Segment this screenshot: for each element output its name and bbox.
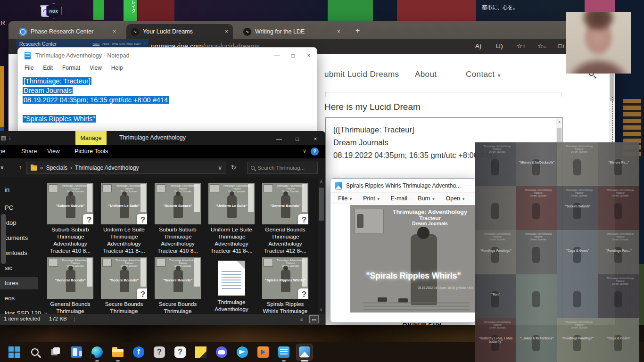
viewer-menu-open[interactable]: Open▼ (446, 195, 465, 202)
close-button[interactable]: × (301, 52, 317, 59)
ribbon-tab-manage[interactable]: Manage (75, 131, 107, 145)
nav-arrows[interactable]: ∨ ↑ (0, 164, 28, 171)
help-icon[interactable]: ? (311, 148, 319, 156)
taskbar-edge-button[interactable] (89, 344, 106, 361)
file-thumbnail: Thrimuiage: AdventhologyTracteurDream Jo… (208, 183, 255, 224)
favorites-icon[interactable]: ☆≡ (537, 42, 546, 49)
phase-link-1[interactable]: Home (93, 42, 100, 45)
ribbon-tab-view[interactable]: View (47, 148, 60, 155)
grid-scrollbar[interactable]: ∧ ∨ (318, 177, 325, 314)
breadcrumb-current[interactable]: Thrimuiage Adventhology (75, 165, 139, 171)
tab-close-icon[interactable]: × (113, 28, 116, 35)
scroll-thumb[interactable] (319, 188, 324, 221)
browser-tab-3[interactable]: Writing for the LDE× (239, 24, 345, 39)
file-item[interactable]: Thrimuiage: AdventhologyTracteurDream Jo… (205, 183, 258, 255)
taskbar-photos-button[interactable] (296, 344, 313, 361)
taskbar-spiral-button[interactable]: ? (151, 344, 168, 361)
refresh-icon[interactable]: ↻ (231, 164, 236, 171)
quick-access-toolbar-icon[interactable]: ▤ ⁞ (1, 135, 12, 141)
taskbar-notepadapp-button[interactable] (275, 344, 292, 361)
file-item[interactable]: Thrimuiage: AdventhologyTracteurDream Jo… (43, 183, 97, 255)
taskbar-telegram-button[interactable] (234, 344, 251, 361)
browser-tab-2[interactable]: Your Lucid Dreams× (126, 24, 233, 39)
sidebar-item-eos[interactable]: eos (0, 292, 38, 304)
nav-about[interactable]: About (415, 70, 437, 79)
notepad-menu-help[interactable]: Help (111, 65, 123, 71)
file-item[interactable]: Thrimuiage: AdventhologyTracteurDream Jo… (258, 257, 312, 315)
ribbon-tab-share[interactable]: Share (21, 148, 37, 155)
taskbar-search-button[interactable] (26, 344, 43, 361)
tab-close-icon[interactable]: × (225, 28, 228, 35)
thumb-sidebar (248, 184, 254, 212)
file-item[interactable]: Thrimuiage: AdventhologyTracteurDream Jo… (151, 257, 205, 322)
details-view-button[interactable]: ≡ (297, 315, 306, 323)
sidebar-item-tures[interactable]: tures (0, 277, 38, 289)
viewer-menu-email[interactable]: E-mail (391, 195, 407, 202)
address-breadcrumb[interactable]: « Specials › Thrimuiage Adventhology ∨ (26, 162, 226, 174)
viewer-menu-file[interactable]: File▼ (338, 195, 353, 202)
browser-tab-1[interactable]: Phase Research Center× (14, 24, 121, 39)
image-fine-print (363, 302, 470, 312)
file-item[interactable]: Thrimuiage: AdventhologyTracteurDream Jo… (97, 257, 151, 322)
sidebar-scrollbar[interactable] (1, 214, 6, 264)
dropdown-arrow-icon: ▼ (462, 197, 465, 201)
notepad-menu-format[interactable]: Format (62, 65, 80, 71)
ribbon-collapse-icon[interactable]: ∨ (303, 148, 306, 154)
taskbar-explorer-button[interactable] (109, 344, 126, 361)
notepad-text-area[interactable]: [Thrimuiage: Tracteur]Dream Journals08.1… (18, 74, 317, 123)
close-button[interactable]: × (307, 136, 323, 142)
notepad-menu-view[interactable]: View (90, 65, 102, 71)
notepad-menu-file[interactable]: File (25, 65, 33, 71)
phase-link-2[interactable]: About (102, 42, 109, 45)
collections-icon[interactable]: □+ (558, 42, 565, 49)
file-item[interactable]: Thrimuiage: AdventhologyTracteurDream Jo… (258, 183, 312, 255)
taskbar-qspiral-button[interactable]: ? (172, 344, 189, 361)
minimize-button[interactable]: — (269, 52, 285, 59)
file-item[interactable]: Thrimuiage: AdventhologyTracteurDream Jo… (97, 183, 151, 255)
ribbon-tab-home[interactable]: me (0, 148, 5, 155)
notepad-menu-edit[interactable]: Edit (43, 65, 53, 71)
taskbar-widgets-button[interactable] (68, 344, 85, 361)
maximize-button[interactable]: □ (285, 52, 301, 59)
new-tab-button[interactable]: + (355, 26, 360, 35)
breadcrumb-specials[interactable]: Specials (46, 165, 67, 171)
taskbar-discord-button[interactable] (213, 344, 230, 361)
phase-link-4[interactable]: T (144, 42, 146, 45)
taskbar-media-button[interactable] (255, 344, 272, 361)
taskbar-facebook-button[interactable]: f (130, 344, 147, 361)
sidebar-item-in[interactable]: in (0, 184, 38, 196)
notepad-window: Thrimuiage Adventhology - Notepad — □ × … (17, 47, 317, 138)
nav-submit-lucid-dreams[interactable]: ubmit Lucid Dreams (324, 70, 399, 79)
viewer-menu-burn[interactable]: Burn▼ (418, 195, 435, 202)
file-thumbnail: Thrimuiage: AdventhologyTracteurDream Jo… (101, 183, 147, 224)
sidebar-item-sic[interactable]: sic (0, 262, 38, 274)
explorer-search-box[interactable]: Search Thrimuiag... (247, 162, 318, 174)
tab-close-icon[interactable]: × (337, 28, 340, 35)
scroll-up-icon[interactable]: ▲ (558, 120, 561, 123)
taskbar-notes-button[interactable] (192, 344, 209, 361)
file-item[interactable]: Thrimuiage: AdventhologyTracteurDream Jo… (151, 183, 205, 255)
sidebar-item-pc[interactable]: PC (0, 202, 38, 214)
minimize-button[interactable]: — (465, 182, 471, 189)
file-item[interactable]: Thrimuiage Adventhology (205, 257, 258, 313)
viewer-title-bar[interactable]: Spirals Ripples Whirls Thrimuiage Advent… (330, 179, 476, 192)
scroll-up-icon[interactable]: ∧ (320, 179, 323, 184)
notepad-title-bar[interactable]: Thrimuiage Adventhology - Notepad — □ × (18, 48, 317, 63)
immersive-reader-icon[interactable]: ⊔) (496, 42, 503, 49)
thumbnail-view-button[interactable]: ▭ (309, 315, 319, 323)
read-aloud-icon[interactable]: A) (475, 42, 481, 49)
taskbar-start-button[interactable] (6, 344, 23, 361)
address-dropdown-icon[interactable]: ∨ (218, 165, 222, 171)
image-timestamp: 08.19.2022 04:35pm; 16:35 gmt/utc +8:0 (418, 286, 473, 289)
maximize-button[interactable]: □ (289, 136, 305, 142)
add-favorite-icon[interactable]: ☆+ (517, 42, 526, 49)
phase-link-3[interactable]: What is the Phase State? (112, 42, 141, 45)
viewer-menu-print[interactable]: Print▼ (363, 195, 380, 202)
taskbar-taskview-button[interactable] (47, 344, 64, 361)
minimize-button[interactable]: — (271, 136, 287, 142)
ribbon-tab-picture-tools[interactable]: Picture Tools (74, 148, 108, 155)
explorer-title-bar[interactable]: ▤ ⁞ Manage Thrimuiage Adventhology — □ × (0, 131, 325, 145)
scroll-down-icon[interactable]: ∨ (320, 307, 323, 312)
nav-contact[interactable]: Contact ∨ (466, 70, 501, 79)
file-item[interactable]: Thrimuiage: AdventhologyTracteurDream Jo… (43, 257, 97, 322)
